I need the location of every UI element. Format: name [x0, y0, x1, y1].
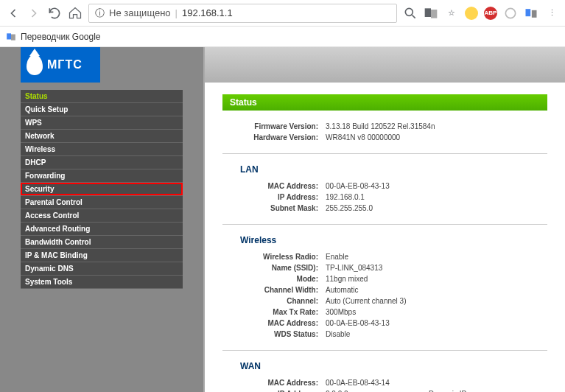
wireless-wds-value: Disable	[326, 330, 547, 338]
bookmark-item[interactable]: Переводчик Google	[21, 32, 101, 42]
google-translate-icon	[6, 32, 16, 42]
brand-logo: МГТС	[21, 47, 100, 83]
sidebar-item-bandwidth-control[interactable]: Bandwidth Control	[21, 236, 183, 249]
extension-icon-2[interactable]	[503, 6, 518, 21]
router-page: МГТС Status Quick Setup WPS Network Wire…	[0, 47, 565, 392]
svg-rect-1	[425, 8, 431, 17]
section-firmware: Firmware Version:3.13.18 Build 120522 Re…	[222, 121, 547, 154]
wireless-mac-value: 00-0A-EB-08-43-13	[326, 319, 547, 327]
wireless-chwidth-label: Channel Width:	[222, 286, 326, 294]
wan-title: WAN	[240, 361, 547, 371]
page-title-bar: Status	[222, 94, 547, 111]
wireless-channel-value: Auto (Current channel 3)	[326, 297, 547, 305]
sidebar-item-ip-mac-binding[interactable]: IP & MAC Binding	[21, 249, 183, 262]
wan-mac-value: 00-0A-EB-08-43-14	[326, 379, 547, 387]
sidebar-item-advanced-routing[interactable]: Advanced Routing	[21, 223, 183, 236]
svg-rect-7	[11, 34, 15, 40]
lan-title: LAN	[240, 164, 547, 175]
wireless-ssid-label: Name (SSID):	[222, 264, 326, 272]
bookmark-bar: Переводчик Google	[0, 27, 565, 47]
menu-icon[interactable]: ⋮	[544, 6, 559, 21]
svg-rect-6	[7, 33, 11, 39]
separator: |	[175, 7, 178, 18]
content-body: Status Firmware Version:3.13.18 Build 12…	[205, 83, 565, 392]
info-icon: ⓘ	[95, 7, 105, 20]
extension-icon-1[interactable]	[465, 7, 478, 20]
brand-text: МГТС	[47, 58, 83, 71]
address-bar[interactable]: ⓘ Не защищено | 192.168.1.1	[88, 4, 397, 23]
extension-icon-3[interactable]	[524, 6, 538, 21]
search-icon[interactable]	[403, 6, 418, 21]
star-icon[interactable]: ☆	[444, 6, 459, 21]
wireless-wds-label: WDS Status:	[222, 330, 326, 338]
left-column: МГТС Status Quick Setup WPS Network Wire…	[0, 47, 203, 392]
svg-point-3	[505, 8, 515, 18]
home-icon[interactable]	[68, 6, 83, 21]
wireless-mac-label: MAC Address:	[222, 319, 326, 327]
sidebar-item-dhcp[interactable]: DHCP	[21, 156, 183, 169]
wireless-radio-label: Wireless Radio:	[222, 253, 326, 261]
adblock-icon[interactable]: ABP	[484, 7, 497, 20]
section-wireless: Wireless Wireless Radio:Enable Name (SSI…	[222, 235, 547, 351]
firmware-version-value: 3.13.18 Build 120522 Rel.31584n	[326, 122, 547, 130]
wireless-mode-value: 11bgn mixed	[326, 275, 547, 283]
sidebar-item-network[interactable]: Network	[21, 130, 183, 143]
wireless-radio-value: Enable	[326, 253, 547, 261]
content-area: Status Firmware Version:3.13.18 Build 12…	[203, 47, 565, 392]
drop-icon	[27, 55, 43, 75]
wireless-chwidth-value: Automatic	[326, 286, 547, 294]
section-lan: LAN MAC Address:00-0A-EB-08-43-13 IP Add…	[222, 164, 547, 225]
translate-icon[interactable]	[424, 6, 438, 21]
lan-mac-label: MAC Address:	[222, 182, 326, 190]
lan-ip-label: IP Address:	[222, 193, 326, 201]
logo-bar: МГТС	[0, 47, 203, 83]
lan-ip-value: 192.168.0.1	[326, 193, 547, 201]
firmware-version-label: Firmware Version:	[222, 122, 326, 130]
sidebar-item-security[interactable]: Security	[21, 183, 183, 196]
svg-rect-4	[526, 9, 531, 16]
wireless-ssid-value: TP-LINK_084313	[326, 264, 547, 272]
wireless-maxtx-value: 300Mbps	[326, 308, 547, 316]
security-status: Не защищено	[109, 7, 171, 18]
svg-point-0	[405, 8, 413, 15]
section-wan: WAN MAC Address:00-0A-EB-08-43-14 IP Add…	[222, 361, 547, 392]
forward-icon[interactable]	[27, 6, 41, 21]
hardware-version-label: Hardware Version:	[222, 133, 326, 141]
content-header	[205, 47, 565, 83]
sidebar-item-quick-setup[interactable]: Quick Setup	[21, 103, 183, 116]
hardware-version-value: WR841N v8 00000000	[326, 133, 547, 141]
sidebar-item-system-tools[interactable]: System Tools	[21, 276, 183, 289]
wireless-channel-label: Channel:	[222, 297, 326, 305]
lan-mac-value: 00-0A-EB-08-43-13	[326, 182, 547, 190]
sidebar-item-dynamic-dns[interactable]: Dynamic DNS	[21, 262, 183, 276]
reload-icon[interactable]	[47, 6, 62, 21]
url-text: 192.168.1.1	[182, 7, 233, 18]
svg-rect-5	[532, 10, 537, 17]
browser-toolbar: ⓘ Не защищено | 192.168.1.1 ☆ ABP ⋮	[0, 0, 565, 27]
sidebar-nav: Status Quick Setup WPS Network Wireless …	[21, 90, 183, 289]
lan-mask-value: 255.255.255.0	[326, 204, 547, 212]
sidebar-item-access-control[interactable]: Access Control	[21, 209, 183, 223]
back-icon[interactable]	[6, 6, 21, 21]
toolbar-actions: ☆ ABP ⋮	[403, 6, 559, 21]
sidebar-item-wireless[interactable]: Wireless	[21, 143, 183, 156]
wireless-maxtx-label: Max Tx Rate:	[222, 308, 326, 316]
svg-rect-2	[431, 10, 437, 18]
lan-mask-label: Subnet Mask:	[222, 204, 326, 212]
sidebar-item-parental-control[interactable]: Parental Control	[21, 196, 183, 209]
wan-mac-label: MAC Address:	[222, 379, 326, 387]
sidebar-item-wps[interactable]: WPS	[21, 116, 183, 130]
sidebar-item-status[interactable]: Status	[21, 90, 183, 103]
sidebar-item-forwarding[interactable]: Forwarding	[21, 169, 183, 183]
wireless-mode-label: Mode:	[222, 275, 326, 283]
wireless-title: Wireless	[240, 235, 547, 245]
